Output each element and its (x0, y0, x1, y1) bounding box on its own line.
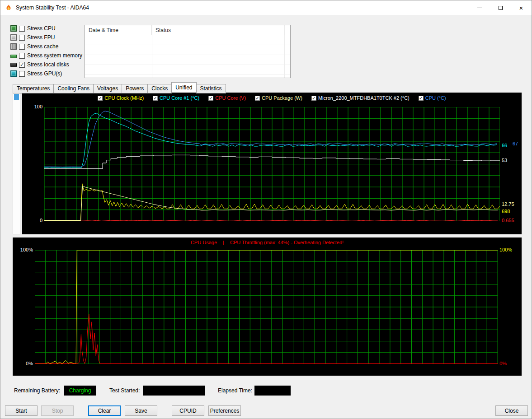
battery-status-value: Charging (69, 387, 91, 394)
stress-option-label: Stress CPU (27, 25, 56, 32)
cell-status (152, 65, 290, 74)
usage-left-min-label: 0% (14, 361, 33, 366)
vertical-scrollbar[interactable] (13, 93, 20, 234)
tab-clocks[interactable]: Clocks (147, 84, 172, 93)
legend-label: CPU Package (W) (262, 95, 302, 101)
checkbox-stress-local-disks[interactable]: ✓ (19, 62, 25, 68)
close-window-button[interactable]: Close (495, 405, 528, 416)
cache-icon (10, 43, 17, 50)
legend-checkbox-micron-2200-mtfdhba1t0tck-2-c[interactable]: ✓ (311, 96, 316, 101)
tab-statistics[interactable]: Statistics (196, 84, 226, 93)
legend-item-cpu-clock-mhz: ✓CPU Clock (MHz) (98, 95, 144, 101)
chart-grid (35, 250, 498, 364)
remaining-battery-label: Remaining Battery: (14, 386, 60, 396)
tab-temperatures[interactable]: Temperatures (13, 84, 54, 93)
stress-option-stress-gpu-s: Stress GPU(s) (10, 69, 85, 78)
stress-options-panel: Stress CPUStress FPUStress cacheStress s… (10, 24, 85, 78)
stress-option-stress-fpu: Stress FPU (10, 33, 85, 42)
table-row[interactable] (85, 75, 290, 78)
table-column-divider (152, 25, 152, 78)
usage-right-max-label: 100% (499, 247, 512, 252)
cpu-icon (10, 25, 17, 32)
app-window: System Stability Test - AIDA64 × Stress … (0, 0, 532, 419)
column-header-status[interactable]: Status (152, 25, 284, 35)
legend-checkbox-cpu-clock-mhz[interactable]: ✓ (98, 96, 103, 101)
cell-date-time (85, 65, 152, 74)
unified-chart-area: ✓CPU Clock (MHz)✓CPU Core #1 (°C)✓CPU Co… (13, 93, 522, 234)
series-current-value-cpu-core-1-c: 66 (502, 143, 507, 148)
table-row[interactable] (85, 55, 290, 65)
usage-left-max-label: 100% (14, 247, 33, 252)
legend-item-cpu-core-1-c: ✓CPU Core #1 (°C) (153, 95, 199, 101)
cell-status (152, 45, 290, 55)
start-button[interactable]: Start (5, 405, 38, 416)
legend-checkbox-cpu-package-w[interactable]: ✓ (255, 96, 260, 101)
unified-chart-plot (44, 107, 500, 221)
checkbox-stress-cache[interactable] (19, 44, 25, 50)
tab-powers[interactable]: Powers (122, 84, 148, 93)
log-table-body (85, 35, 290, 78)
series-cpu-package-w (44, 186, 498, 221)
minimize-button[interactable] (469, 0, 490, 15)
series-current-value-micron-2200-mtfdhba1t0tck-2-c: 53 (502, 158, 507, 163)
titlebar: System Stability Test - AIDA64 × (0, 0, 532, 15)
table-row[interactable] (85, 35, 290, 45)
legend-label: CPU (°C) (425, 95, 446, 101)
legend-label: CPU Core (V) (215, 95, 246, 101)
usage-title-text: CPU Usage (191, 240, 217, 245)
table-row[interactable] (85, 65, 290, 75)
cell-date-time (85, 55, 152, 65)
maximize-icon (499, 6, 503, 10)
table-column-divider (284, 25, 285, 78)
scrollbar-thumb[interactable] (14, 94, 19, 100)
minimize-icon (477, 8, 482, 8)
tab-cooling-fans[interactable]: Cooling Fans (53, 84, 94, 93)
stop-button[interactable]: Stop (41, 405, 74, 416)
checkbox-stress-fpu[interactable] (19, 35, 25, 41)
legend-checkbox-cpu-core-1-c[interactable]: ✓ (153, 96, 158, 101)
legend-item-cpu-package-w: ✓CPU Package (W) (255, 95, 302, 101)
stress-option-label: Stress system memory (27, 52, 82, 59)
legend-item-cpu-c: ✓CPU (°C) (419, 95, 446, 101)
clear-button[interactable]: Clear (88, 405, 121, 416)
checkbox-stress-system-memory[interactable] (19, 53, 25, 59)
disk-icon (10, 63, 17, 67)
cell-status (152, 35, 290, 45)
test-started-box (143, 386, 205, 396)
series-cpu-throttling (35, 314, 498, 363)
cell-date-time (85, 45, 152, 55)
app-flame-icon (5, 4, 12, 11)
series-current-value-cpu-c: 67 (513, 141, 518, 146)
stress-option-stress-system-memory: Stress system memory (10, 51, 85, 60)
close-button[interactable]: × (511, 0, 532, 15)
cpuid-button[interactable]: CPUID (172, 405, 204, 416)
log-table-header: Date & Time Status (85, 25, 290, 35)
stress-option-stress-cache: Stress cache (10, 42, 85, 51)
gpu-icon (10, 70, 17, 77)
unified-chart-panel: ✓CPU Clock (MHz)✓CPU Core #1 (°C)✓CPU Co… (22, 93, 522, 234)
tab-voltages[interactable]: Voltages (93, 84, 122, 93)
table-row[interactable] (85, 45, 290, 55)
stress-option-label: Stress cache (27, 43, 58, 50)
stress-option-stress-local-disks: ✓Stress local disks (10, 60, 85, 69)
legend-label: Micron_2200_MTFDHBA1T0TCK #2 (°C) (318, 95, 410, 101)
test-started-label: Test Started: (109, 386, 140, 396)
column-header-spacer (284, 25, 290, 35)
checkbox-stress-cpu[interactable] (19, 26, 25, 32)
usage-chart-panel: CPU Usage | CPU Throttling (max: 44%) - … (13, 237, 522, 376)
legend-item-cpu-core-v: ✓CPU Core (V) (208, 95, 246, 101)
tab-unified[interactable]: Unified (171, 82, 196, 93)
legend-item-micron-2200-mtfdhba1t0tck-2-c: ✓Micron_2200_MTFDHBA1T0TCK #2 (°C) (311, 95, 410, 101)
preferences-button[interactable]: Preferences (208, 405, 241, 416)
legend-checkbox-cpu-c[interactable]: ✓ (419, 96, 424, 101)
battery-status-box: Charging (64, 386, 96, 396)
maximize-button[interactable] (490, 0, 511, 15)
title-separator: | (223, 240, 224, 245)
checkbox-stress-gpu-s[interactable] (19, 71, 25, 77)
chart-grid (44, 107, 500, 221)
legend-label: CPU Clock (MHz) (104, 95, 144, 101)
legend-checkbox-cpu-core-v[interactable]: ✓ (208, 96, 213, 101)
column-header-date-time[interactable]: Date & Time (85, 25, 152, 35)
save-button[interactable]: Save (125, 405, 157, 416)
cell-date-time (85, 35, 152, 45)
